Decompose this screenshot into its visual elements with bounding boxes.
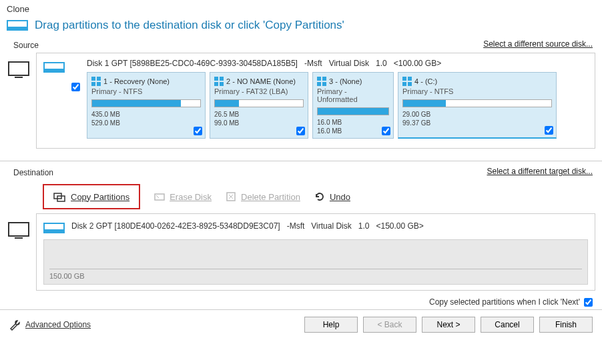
- partition-name: 4 - (C:): [414, 77, 437, 85]
- partition[interactable]: 1 - Recovery (None) Primary - NTFS 435.0…: [87, 72, 206, 139]
- svg-rect-15: [322, 77, 326, 81]
- change-target-link[interactable]: Select a different target disk...: [487, 167, 593, 176]
- disk-icon: [43, 219, 65, 237]
- partition-sizes: 16.0 MB16.0 MB: [317, 118, 389, 135]
- destination-free-size: 150.00 GB: [49, 269, 582, 280]
- computer-icon: [7, 58, 31, 82]
- partition-type: Primary - NTFS: [402, 87, 552, 95]
- svg-rect-6: [91, 77, 95, 81]
- windows-icon: [91, 77, 101, 86]
- undo-button[interactable]: Undo: [314, 191, 350, 203]
- delete-icon: [225, 191, 237, 203]
- svg-rect-7: [97, 77, 101, 81]
- destination-free-space[interactable]: 150.00 GB: [43, 239, 588, 285]
- copy-icon: [53, 191, 67, 203]
- svg-rect-11: [220, 77, 224, 81]
- source-disk-checkbox[interactable]: [71, 83, 80, 91]
- header: Clone Drag partitions to the destination…: [0, 0, 602, 37]
- partition-checkbox[interactable]: [382, 127, 390, 135]
- partition-sizes: 29.00 GB99.37 GB: [402, 110, 552, 127]
- windows-icon: [402, 77, 412, 86]
- svg-rect-17: [322, 82, 326, 86]
- windows-icon: [317, 77, 326, 86]
- svg-rect-20: [402, 82, 406, 86]
- copy-partitions-button[interactable]: Copy Partitions: [43, 184, 140, 209]
- partition-sizes: 435.0 MB529.0 MB: [91, 110, 201, 127]
- svg-rect-30: [15, 237, 23, 239]
- source-label: Source: [7, 37, 45, 51]
- destination-disk-title: Disk 2 GPT [180DE400-0262-42E3-8925-5348…: [71, 221, 430, 231]
- partition-type: Primary - Unformatted: [317, 87, 389, 103]
- erase-icon: [154, 191, 166, 203]
- svg-rect-18: [402, 77, 406, 81]
- source-disk-panel: Disk 1 GPT [5898BE25-CDC0-469C-9393-3045…: [36, 53, 595, 149]
- svg-line-25: [156, 195, 159, 198]
- finish-button[interactable]: Finish: [539, 317, 593, 333]
- disk-icon: [7, 17, 28, 34]
- back-button: < Back: [363, 317, 416, 333]
- header-message: Drag partitions to the destination disk …: [35, 19, 344, 32]
- partition-type: Primary - FAT32 (LBA): [214, 87, 304, 95]
- svg-rect-32: [44, 229, 64, 233]
- source-disk-title: Disk 1 GPT [5898BE25-CDC0-469C-9393-3045…: [87, 59, 588, 68]
- partition[interactable]: 2 - NO NAME (None) Primary - FAT32 (LBA)…: [210, 72, 308, 139]
- svg-rect-19: [408, 77, 412, 81]
- partition-name: 3 - (None): [329, 77, 362, 85]
- partition-checkbox[interactable]: [194, 127, 202, 135]
- svg-rect-16: [317, 82, 321, 86]
- partition-type: Primary - NTFS: [91, 87, 201, 95]
- next-button[interactable]: Next >: [422, 317, 475, 333]
- copy-on-next-checkbox[interactable]: Copy selected partitions when I click 'N…: [429, 297, 593, 307]
- disk-icon: [43, 59, 65, 76]
- erase-disk-button: Erase Disk: [154, 191, 212, 203]
- computer-icon: [7, 219, 31, 243]
- help-button[interactable]: Help: [304, 317, 358, 333]
- undo-icon: [314, 191, 326, 203]
- partition[interactable]: 4 - (C:) Primary - NTFS 29.00 GB99.37 GB: [398, 72, 557, 139]
- advanced-options-link[interactable]: Advanced Options: [9, 319, 91, 331]
- svg-rect-21: [408, 82, 412, 86]
- svg-rect-12: [214, 82, 218, 86]
- svg-rect-9: [97, 82, 101, 86]
- partition-usage-bar: [317, 107, 389, 115]
- page-title: Clone: [7, 4, 595, 14]
- destination-disk-panel: Disk 2 GPT [180DE400-0262-42E3-8925-5348…: [36, 213, 595, 291]
- svg-rect-14: [317, 77, 321, 81]
- delete-partition-button: Delete Partition: [225, 191, 300, 203]
- windows-icon: [214, 77, 224, 86]
- partition-usage-bar: [402, 99, 552, 107]
- svg-rect-24: [155, 194, 164, 200]
- partition-sizes: 26.5 MB99.0 MB: [214, 110, 304, 127]
- svg-rect-3: [15, 77, 23, 78]
- svg-rect-2: [9, 62, 29, 75]
- svg-rect-8: [91, 82, 95, 86]
- svg-rect-1: [7, 27, 27, 30]
- svg-rect-29: [9, 223, 29, 236]
- destination-label: Destination: [7, 164, 60, 179]
- change-source-link[interactable]: Select a different source disk...: [483, 39, 593, 49]
- cancel-button[interactable]: Cancel: [481, 317, 534, 333]
- partition-checkbox[interactable]: [545, 126, 553, 135]
- partition-usage-bar: [214, 99, 304, 107]
- partition-name: 1 - Recovery (None): [103, 77, 170, 85]
- svg-rect-10: [214, 77, 218, 81]
- destination-toolbar: Copy Partitions Erase Disk Delete Partit…: [0, 180, 602, 213]
- partition-name: 2 - NO NAME (None): [226, 77, 296, 85]
- wrench-icon: [9, 319, 21, 331]
- svg-rect-5: [44, 69, 64, 72]
- partition-checkbox[interactable]: [296, 127, 305, 135]
- svg-rect-13: [220, 82, 224, 86]
- partition[interactable]: 3 - (None) Primary - Unformatted 16.0 MB…: [312, 72, 394, 139]
- partition-usage-bar: [91, 99, 201, 107]
